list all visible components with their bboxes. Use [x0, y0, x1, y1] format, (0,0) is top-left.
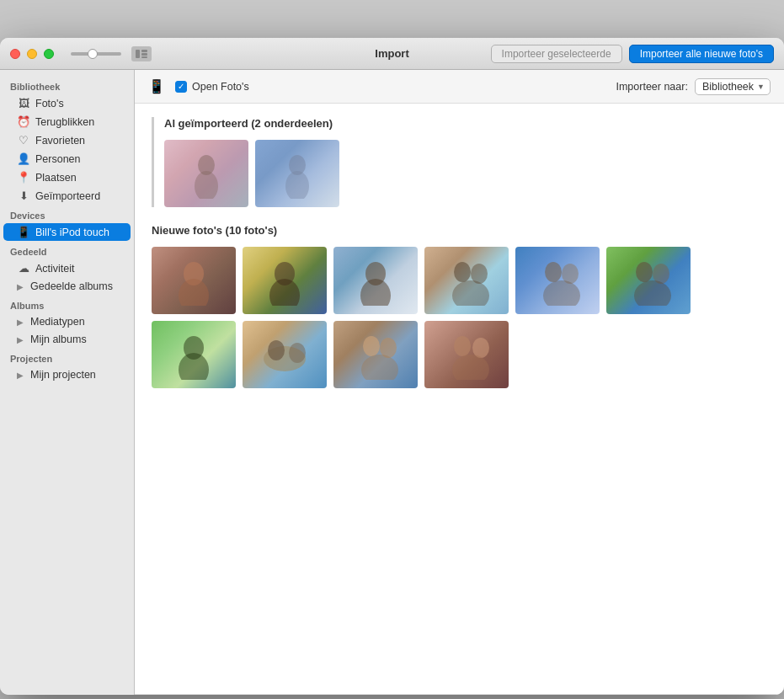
sidebar-resize-slider[interactable]: [71, 52, 121, 56]
import-selected-button[interactable]: Importeer geselecteerde: [491, 45, 622, 63]
sidebar-label-fotos: Foto's: [35, 98, 64, 109]
sidebar-label-favorieten: Favorieten: [35, 135, 85, 147]
new-photo-5[interactable]: [515, 247, 600, 314]
svg-point-7: [285, 171, 309, 199]
close-button[interactable]: [10, 49, 20, 59]
sidebar-item-mijn-albums[interactable]: ▶ Mijn albums: [3, 331, 131, 348]
import-to-control: Importeer naar: Bibliotheek ▼: [616, 78, 771, 95]
already-imported-section: Al geïmporteerd (2 onderdeelen): [152, 117, 767, 207]
import-to-label: Importeer naar:: [616, 81, 687, 93]
new-photo-7[interactable]: [152, 321, 236, 388]
open-photos-checkbox[interactable]: ✓: [175, 81, 187, 93]
svg-point-14: [360, 279, 391, 306]
sidebar-item-favorieten[interactable]: ♡ Favorieten: [3, 131, 131, 149]
new-photo-1[interactable]: [152, 247, 236, 314]
svg-point-23: [634, 280, 671, 306]
new-photo-grid: [152, 247, 767, 388]
new-photo-2[interactable]: [243, 247, 327, 314]
svg-point-29: [363, 336, 380, 356]
sidebar-item-personen[interactable]: 👤 Personen: [3, 150, 131, 168]
activity-icon: ☁: [17, 262, 30, 275]
sidebar-label-plaatsen: Plaatsen: [35, 172, 77, 184]
svg-point-12: [269, 279, 300, 306]
sidebar-section-bibliotheek: Bibliotheek: [0, 77, 134, 93]
window-title: Import: [375, 47, 408, 60]
new-photos-header: Nieuwe foto's (10 foto's): [152, 224, 767, 237]
sidebar-label-mijn-albums: Mijn albums: [30, 333, 87, 345]
imported-photo-grid: [164, 140, 767, 207]
svg-point-31: [361, 355, 398, 380]
content-toolbar: 📱 ✓ Open Foto's Importeer naar: Biblioth…: [135, 70, 784, 104]
sidebar-item-geimporteerd[interactable]: ⬇ Geïmporteerd: [3, 187, 131, 205]
imported-photo-1[interactable]: [164, 140, 248, 207]
sidebar-label-ipod: Bill's iPod touch: [35, 227, 109, 238]
new-photo-4[interactable]: [424, 247, 509, 314]
svg-point-32: [454, 336, 471, 356]
svg-rect-2: [141, 53, 147, 56]
sidebar-item-terugblikken[interactable]: ⏰ Terugblikken: [3, 113, 131, 131]
sidebar-item-fotos[interactable]: 🖼 Foto's: [3, 94, 131, 112]
scroll-indicator: [135, 694, 784, 695]
photos-icon: 🖼: [17, 97, 30, 109]
sidebar-label-geimporteerd: Geïmporteerd: [35, 190, 100, 202]
titlebar: Import Importeer geselecteerde Importeer…: [0, 38, 784, 70]
sidebar-item-gedeelde-albums[interactable]: ▶ Gedeelde albums: [3, 278, 131, 295]
new-photo-9[interactable]: [333, 321, 418, 388]
svg-point-18: [545, 262, 562, 282]
new-photos-section: Nieuwe foto's (10 foto's): [152, 224, 767, 388]
sidebar-label-personen: Personen: [35, 153, 81, 165]
sidebar-item-mediatypen[interactable]: ▶ Mediatypen: [3, 313, 131, 330]
sidebar-label-gedeelde-albums: Gedeelde albums: [30, 280, 113, 292]
sidebar-section-albums: Albums: [0, 296, 134, 312]
svg-point-20: [543, 280, 580, 306]
library-label: Bibliotheek: [702, 81, 754, 93]
open-photos-control[interactable]: ✓ Open Foto's: [175, 81, 249, 93]
maximize-button[interactable]: [44, 49, 54, 59]
people-icon: 👤: [17, 152, 30, 165]
places-icon: 📍: [17, 171, 30, 184]
svg-point-27: [268, 340, 285, 360]
svg-point-28: [289, 343, 306, 363]
new-photo-6[interactable]: [606, 247, 691, 314]
svg-point-5: [195, 171, 218, 199]
sidebar-section-devices: Devices: [0, 205, 134, 222]
new-photo-8[interactable]: [243, 321, 327, 388]
import-all-button[interactable]: Importeer alle nieuwe foto's: [629, 45, 774, 63]
expand-mijn-albums-icon: ▶: [17, 335, 24, 344]
imported-icon: ⬇: [17, 189, 30, 202]
device-small-icon: 📱: [148, 78, 165, 94]
expand-mediatypen-icon: ▶: [17, 317, 24, 327]
expand-projecten-icon: ▶: [17, 371, 24, 380]
sidebar-label-mijn-projecten: Mijn projecten: [30, 369, 96, 381]
sidebar-item-plaatsen[interactable]: 📍 Plaatsen: [3, 168, 131, 186]
sidebar-toggle-button[interactable]: [131, 46, 152, 61]
sidebar: Bibliotheek 🖼 Foto's ⏰ Terugblikken ♡ Fa…: [0, 70, 135, 695]
library-dropdown[interactable]: Bibliotheek ▼: [695, 78, 771, 95]
favorites-icon: ♡: [17, 134, 30, 147]
svg-point-25: [179, 353, 209, 380]
sidebar-section-gedeeld: Gedeeld: [0, 242, 134, 259]
new-photo-10[interactable]: [424, 321, 509, 388]
svg-point-17: [452, 280, 489, 306]
svg-rect-3: [141, 56, 147, 58]
content-scroll: Al geïmporteerd (2 onderdeelen): [135, 104, 784, 694]
sidebar-section-projecten: Projecten: [0, 349, 134, 366]
svg-point-34: [452, 355, 489, 380]
sidebar-item-activiteit[interactable]: ☁ Activiteit: [3, 259, 131, 277]
imported-photo-2[interactable]: [255, 140, 339, 207]
main-content: Bibliotheek 🖼 Foto's ⏰ Terugblikken ♡ Fa…: [0, 70, 784, 695]
sidebar-item-ipod[interactable]: 📱 Bill's iPod touch: [3, 223, 131, 241]
svg-point-33: [472, 338, 489, 358]
sidebar-item-mijn-projecten[interactable]: ▶ Mijn projecten: [3, 366, 131, 383]
open-photos-label: Open Foto's: [192, 81, 249, 93]
sidebar-label-mediatypen: Mediatypen: [30, 316, 85, 328]
main-window: Import Importeer geselecteerde Importeer…: [0, 38, 784, 695]
already-imported-header: Al geïmporteerd (2 onderdeelen): [164, 117, 767, 130]
sidebar-label-activiteit: Activiteit: [35, 263, 75, 275]
expand-icon: ▶: [17, 282, 24, 291]
svg-point-15: [454, 262, 471, 282]
new-photo-3[interactable]: [333, 247, 418, 314]
dropdown-arrow-icon: ▼: [757, 83, 765, 91]
minimize-button[interactable]: [27, 49, 37, 59]
ipod-icon: 📱: [17, 226, 30, 238]
